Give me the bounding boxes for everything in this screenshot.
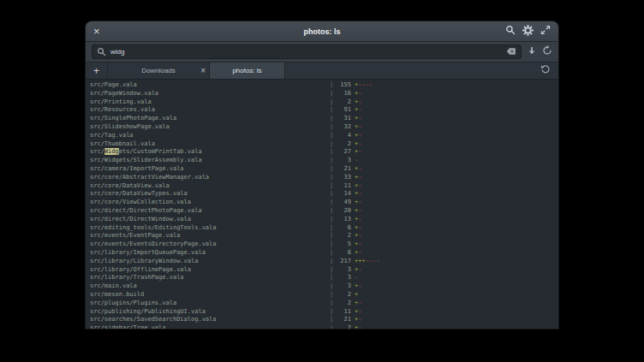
search-toolbar: widg <box>86 42 558 62</box>
deletions-marks: - <box>358 207 361 216</box>
clear-search-icon[interactable] <box>506 45 516 60</box>
deletions-marks: - <box>358 115 361 123</box>
deletions-marks: - <box>358 308 361 317</box>
file-name: src/camera/ImportPage.vala <box>90 165 330 174</box>
column-separator: | <box>330 174 336 182</box>
window-title: photos: ls <box>86 27 558 36</box>
deletions-marks: - <box>358 106 361 115</box>
diff-stat-row: src/Widgets/SliderAssembly.vala|3- <box>90 157 558 165</box>
diff-stat-row: src/editing_tools/EditingTools.vala|6+- <box>90 224 558 233</box>
file-name: src/Printing.vala <box>90 98 330 107</box>
column-separator: | <box>330 90 336 98</box>
change-count: 3 <box>336 266 351 275</box>
deletions-marks: - <box>358 190 361 199</box>
search-toggle-button[interactable] <box>505 25 516 38</box>
change-count: 2 <box>336 300 351 308</box>
find-next-button[interactable] <box>527 45 537 58</box>
diff-stat-row: src/sidebar/Tree.vala|2+- <box>90 324 558 329</box>
diff-stat-row: src/searches/SavedSearchDialog.vala|21+- <box>90 316 558 324</box>
diff-stat-row: src/core/ViewCollection.vala|49+- <box>90 199 558 207</box>
gear-icon <box>522 25 534 39</box>
deletions-marks: - <box>358 240 361 249</box>
column-separator: | <box>330 207 336 216</box>
file-name: src/direct/DirectPhotoPage.vala <box>90 207 330 216</box>
diff-stat-row: src/library/OfflinePage.vala|3+- <box>90 266 558 275</box>
diff-stat-row: src/Page.vala|155+---- <box>90 81 558 90</box>
change-count: 6 <box>336 249 351 258</box>
change-count: 2 <box>336 324 351 329</box>
terminal-rows: src/Page.vala|155+----src/PageWindow.val… <box>90 81 558 329</box>
search-input[interactable]: widg <box>92 45 522 59</box>
change-count: 33 <box>336 174 351 182</box>
column-separator: | <box>330 291 336 300</box>
column-separator: | <box>330 165 336 174</box>
change-count: 27 <box>336 148 351 157</box>
change-count: 31 <box>336 115 351 123</box>
new-tab-button[interactable]: + <box>86 62 108 79</box>
column-separator: | <box>330 300 336 308</box>
deletions-marks: - <box>358 132 361 140</box>
column-separator: | <box>330 258 336 266</box>
deletions-marks: - <box>358 174 361 182</box>
fullscreen-icon <box>540 25 551 38</box>
terminal-window: × photos: ls <box>86 21 558 329</box>
change-count: 217 <box>336 258 351 266</box>
settings-menu-button[interactable] <box>522 25 534 39</box>
file-name: src/Page.vala <box>90 81 330 90</box>
deletions-marks: - <box>358 140 361 149</box>
file-name: src/Thumbnail.vala <box>90 140 330 149</box>
tab-photos-ls[interactable]: photos: ls <box>210 62 285 79</box>
deletions-marks: - <box>358 165 361 174</box>
file-name: src/core/AbstractViewManager.vala <box>90 174 330 182</box>
file-name: src/Tag.vala <box>90 132 330 140</box>
file-name: src/sidebar/Tree.vala <box>90 324 330 329</box>
file-name: src/SlideshowPage.vala <box>90 123 330 132</box>
column-separator: | <box>330 266 336 275</box>
additions-marks: +++ <box>355 258 366 266</box>
diff-stat-row: src/events/EventsDirectoryPage.vala|5+- <box>90 240 558 249</box>
file-name: src/library/ImportQueuePage.vala <box>90 249 330 258</box>
change-count: 13 <box>336 216 351 224</box>
deletions-marks: - <box>358 232 361 240</box>
diff-stat-row: src/direct/DirectPhotoPage.vala|20+- <box>90 207 558 216</box>
column-separator: | <box>330 98 336 107</box>
change-count: 20 <box>336 207 351 216</box>
column-separator: | <box>330 123 336 132</box>
arrow-down-icon <box>527 45 537 58</box>
column-separator: | <box>330 274 336 282</box>
window-close-button[interactable]: × <box>86 26 108 37</box>
change-count: 3 <box>336 274 351 282</box>
headerbar-actions <box>505 25 558 39</box>
file-name: src/PageWindow.vala <box>90 90 330 98</box>
change-count: 2 <box>336 232 351 240</box>
column-separator: | <box>330 216 336 224</box>
change-count: 4 <box>336 132 351 140</box>
column-separator: | <box>330 224 336 233</box>
diff-stat-row: src/main.vala|3+- <box>90 282 558 291</box>
column-separator: | <box>330 232 336 240</box>
tab-downloads[interactable]: Downloads × <box>108 62 210 79</box>
column-separator: | <box>330 282 336 291</box>
deletions-marks: - <box>355 157 358 165</box>
change-count: 3 <box>336 282 351 291</box>
diff-stat-row: src/publishing/PublishingUI.vala|11+- <box>90 308 558 317</box>
column-separator: | <box>330 148 336 157</box>
change-count: 2 <box>336 291 351 300</box>
fullscreen-button[interactable] <box>540 25 551 38</box>
deletions-marks: - <box>358 224 361 233</box>
history-button[interactable] <box>540 64 551 77</box>
deletions-marks: - <box>358 300 361 308</box>
column-separator: | <box>330 132 336 140</box>
tab-close-button[interactable]: × <box>200 62 206 79</box>
terminal-content[interactable]: src/Page.vala|155+----src/PageWindow.val… <box>86 80 558 329</box>
change-count: 3 <box>336 157 351 165</box>
deletions-marks: ---- <box>366 258 380 266</box>
change-count: 5 <box>336 240 351 249</box>
diff-stat-row: src/library/LibraryWindow.vala|217+++---… <box>90 258 558 266</box>
deletions-marks: - <box>358 316 361 324</box>
column-separator: | <box>330 199 336 207</box>
file-name: src/publishing/PublishingUI.vala <box>90 308 330 317</box>
search-wrap-button[interactable] <box>542 45 552 58</box>
column-separator: | <box>330 316 336 324</box>
diff-stat-row: src/SlideshowPage.vala|32+- <box>90 123 558 132</box>
